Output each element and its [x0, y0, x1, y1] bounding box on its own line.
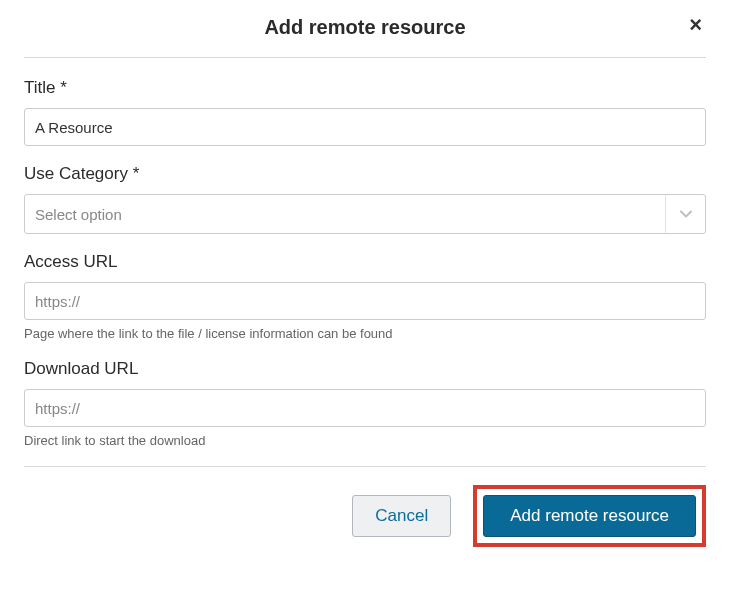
title-field: Title * [24, 78, 706, 146]
cancel-button[interactable]: Cancel [352, 495, 451, 537]
download-url-label: Download URL [24, 359, 706, 379]
title-label: Title * [24, 78, 706, 98]
access-url-label: Access URL [24, 252, 706, 272]
title-input[interactable] [24, 108, 706, 146]
access-url-input[interactable] [24, 282, 706, 320]
modal-title: Add remote resource [264, 16, 465, 39]
highlight-frame: Add remote resource [473, 485, 706, 547]
access-url-help: Page where the link to the file / licens… [24, 326, 706, 341]
download-url-input[interactable] [24, 389, 706, 427]
select-arrow-box [665, 195, 705, 233]
access-url-field: Access URL Page where the link to the fi… [24, 252, 706, 341]
divider [24, 57, 706, 58]
use-category-label: Use Category * [24, 164, 706, 184]
divider [24, 466, 706, 467]
download-url-field: Download URL Direct link to start the do… [24, 359, 706, 448]
use-category-select[interactable]: Select option [24, 194, 706, 234]
add-remote-resource-button[interactable]: Add remote resource [483, 495, 696, 537]
modal-footer: Cancel Add remote resource [24, 485, 706, 547]
close-icon[interactable]: × [685, 10, 706, 40]
use-category-field: Use Category * Select option [24, 164, 706, 234]
modal-header: Add remote resource × [24, 12, 706, 57]
add-remote-resource-modal: Add remote resource × Title * Use Catego… [0, 0, 730, 567]
chevron-down-icon [680, 208, 692, 220]
use-category-placeholder: Select option [35, 206, 665, 223]
download-url-help: Direct link to start the download [24, 433, 706, 448]
